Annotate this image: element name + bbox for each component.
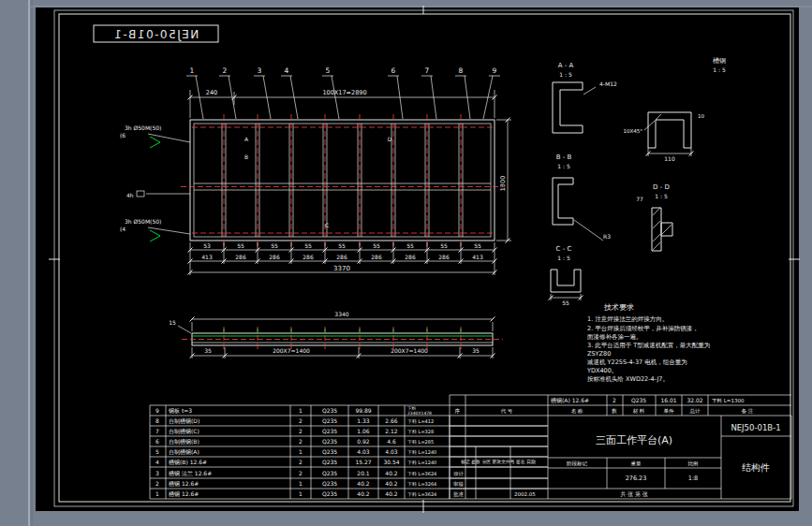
balloon-1: 1 bbox=[190, 66, 195, 75]
cell-unit: 15.27 bbox=[355, 459, 371, 465]
cut-letter-d: D bbox=[388, 136, 392, 142]
cell-remark: 下料 L=3264 bbox=[407, 481, 436, 487]
tech-line-7: YDX400。 bbox=[586, 367, 617, 374]
date-value: 2002.05 bbox=[514, 491, 536, 497]
tech-line-8: 按标准机头给 XWD22-4-J7。 bbox=[587, 375, 669, 383]
tech-line-5: ZSYZ80 bbox=[587, 350, 611, 358]
part-number: NEJ50-01B-1 bbox=[731, 423, 780, 432]
section-bb-scale: 1 : 5 bbox=[557, 163, 570, 169]
dim-35-left: 35 bbox=[204, 347, 212, 354]
section-cc-dim-55: 55 bbox=[562, 300, 569, 306]
balloon-5: 5 bbox=[326, 66, 331, 75]
dim-286-2: 286 bbox=[269, 254, 280, 260]
channel-scale: 1 : 5 bbox=[713, 66, 726, 73]
cell-qty: 1 bbox=[299, 490, 303, 497]
dim-55-3: 55 bbox=[271, 242, 278, 249]
cell-name: 槽钢(B) 12.6# bbox=[169, 459, 207, 466]
cell-seq: 3 bbox=[155, 470, 159, 476]
stamp-mirrored-part-number: NEJ50-01B-1 bbox=[113, 28, 199, 41]
balloon-4: 4 bbox=[285, 66, 289, 75]
strip-unit: 16.01 bbox=[660, 397, 676, 403]
bom-col-total: 总计 bbox=[689, 408, 701, 414]
cell-unit: 1.33 bbox=[357, 417, 370, 424]
part-type: 结构件 bbox=[742, 462, 770, 473]
scale-value: 1:8 bbox=[688, 475, 698, 482]
cell-name: 槽钢 12.6# bbox=[169, 490, 199, 498]
cell-seq: 7 bbox=[155, 428, 159, 434]
dim-286-3: 286 bbox=[303, 254, 314, 260]
section-cc-title: C - C bbox=[556, 245, 572, 253]
cell-material: Q235 bbox=[322, 428, 337, 434]
section-aa-note: 4-M12 bbox=[599, 80, 617, 87]
cell-remark: 下料 L=1240 bbox=[407, 460, 436, 465]
cell-seq: 9 bbox=[155, 407, 159, 414]
cell-qty: 1 bbox=[299, 480, 303, 487]
cell-material: Q235 bbox=[322, 459, 337, 465]
dim-55-1: 53 bbox=[203, 242, 211, 249]
strip-total: 32.02 bbox=[687, 397, 702, 403]
cell-unit: 0.92 bbox=[357, 438, 370, 445]
weight-label: 重量 bbox=[631, 460, 642, 466]
section-aa-scale: 1 : 5 bbox=[559, 71, 572, 78]
cell-remark: 下料 L=412 bbox=[407, 418, 434, 424]
cut-letter-c: C bbox=[325, 222, 329, 228]
weld-bot-count: (4 bbox=[120, 226, 125, 232]
cell-seq: 6 bbox=[155, 438, 159, 445]
dim-286-4: 286 bbox=[336, 254, 347, 260]
weight-value: 276.23 bbox=[626, 475, 647, 482]
cell-remark: 下料 L=328 bbox=[407, 429, 434, 434]
dim-55-6: 55 bbox=[373, 242, 380, 249]
cell-total: 2.66 bbox=[385, 417, 398, 424]
dim-240: 240 bbox=[206, 89, 217, 96]
balloon-2: 2 bbox=[223, 66, 228, 75]
strip-qty: 2 bbox=[613, 397, 616, 403]
section-dd-scale: 1 : 5 bbox=[655, 193, 668, 199]
tech-line-2: 2. 平台焊接后须经校平，并补涂防锈漆， bbox=[587, 325, 699, 332]
cell-total: 30.54 bbox=[383, 459, 399, 465]
section-dd-dim-77: 77 bbox=[636, 196, 643, 202]
cell-unit: 40.2 bbox=[357, 480, 370, 487]
weld-top-count: (6 bbox=[120, 132, 125, 139]
cell-total: 2.12 bbox=[385, 428, 398, 434]
tech-line-3: 面漆修补各涂一遍。 bbox=[587, 333, 642, 341]
dim-286-5: 286 bbox=[371, 254, 382, 260]
dim-200x7-left: 200X7=1400 bbox=[273, 347, 310, 354]
sheet-info: 共 张 第 张 bbox=[620, 490, 648, 498]
cell-name: 自制槽钢(C) bbox=[169, 428, 199, 435]
cell-remark2: 2340X1478 bbox=[407, 411, 432, 416]
cut-letter-b: B bbox=[244, 153, 248, 160]
cell-name: 钢板 t=3 bbox=[168, 407, 192, 414]
dim-15: 15 bbox=[169, 319, 176, 326]
dim-3370: 3370 bbox=[333, 265, 350, 272]
cell-seq: 1 bbox=[155, 490, 159, 497]
section-cc-scale: 1 : 5 bbox=[557, 255, 570, 261]
cell-material: Q235 bbox=[322, 407, 337, 414]
tech-line-6: 减速机 Y225S-4-37 电机，组合重为 bbox=[587, 358, 687, 366]
cell-name: 槽钢 12.6# bbox=[169, 480, 199, 488]
dim-286-1: 286 bbox=[235, 254, 246, 260]
dim-286-7: 286 bbox=[438, 254, 450, 260]
dim-55-7: 55 bbox=[406, 242, 414, 249]
cell-material: Q235 bbox=[322, 417, 337, 424]
cell-unit: 20.1 bbox=[357, 470, 370, 476]
cell-qty: 2 bbox=[299, 417, 303, 424]
tech-line-1: 1. 注意焊接法兰的焊接方向。 bbox=[587, 315, 668, 323]
dim-100x17: 100X17=2890 bbox=[322, 89, 366, 96]
dim-35-right: 35 bbox=[472, 347, 480, 354]
dim-55-5: 55 bbox=[338, 242, 346, 249]
balloon-8: 8 bbox=[459, 66, 464, 75]
cell-remark: 下料 L=285 bbox=[407, 439, 434, 445]
cell-qty: 2 bbox=[299, 459, 303, 465]
balloon-7: 7 bbox=[425, 66, 430, 75]
bom-col-seq: 序 bbox=[454, 408, 460, 415]
cell-material: Q235 bbox=[322, 470, 337, 476]
dim-286-6: 286 bbox=[405, 254, 416, 260]
balloon-6: 6 bbox=[391, 66, 396, 75]
cell-unit: 1.06 bbox=[357, 428, 370, 434]
strip-remark: 下料 L=1300 bbox=[712, 398, 745, 403]
check-label: 审核 bbox=[453, 481, 465, 487]
dim-200x7-right: 200X7=1400 bbox=[391, 347, 428, 354]
dim-413-r: 413 bbox=[472, 254, 483, 260]
revision-header: 标记 处数 分区 更改文件号 签名 日期 bbox=[460, 459, 536, 465]
section-cc-r3: R3 bbox=[603, 233, 611, 240]
